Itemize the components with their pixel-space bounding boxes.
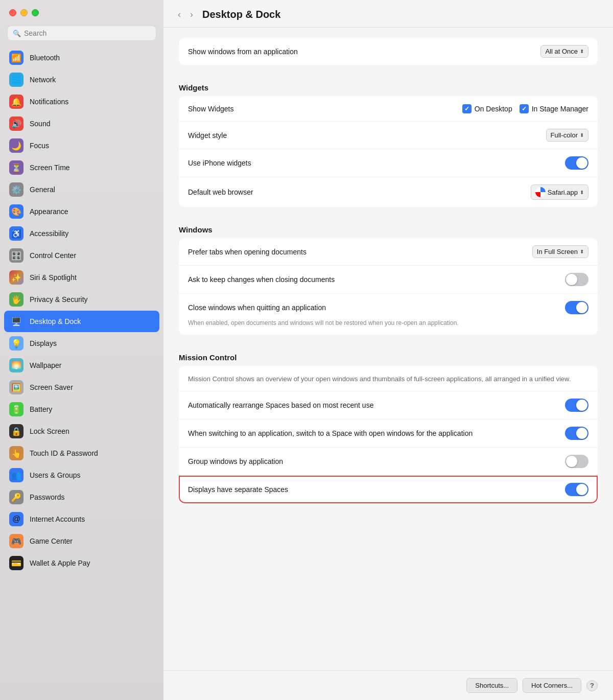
sidebar-item-general[interactable]: ⚙️General: [4, 179, 159, 200]
switch-space-row: When switching to an application, switch…: [179, 419, 598, 448]
separate-spaces-toggle[interactable]: [565, 483, 588, 496]
sidebar-item-displays[interactable]: 💡Displays: [4, 333, 159, 354]
group-windows-toggle[interactable]: [565, 455, 588, 468]
show-windows-dropdown[interactable]: All at Once ⬍: [540, 45, 588, 58]
close-windows-toggle[interactable]: [565, 301, 588, 314]
sidebar-item-screentime[interactable]: ⏳Screen Time: [4, 157, 159, 178]
desktop-icon: 🖥️: [9, 314, 23, 329]
show-windows-section: Show windows from an application All at …: [179, 38, 598, 65]
battery-icon: 🔋: [9, 402, 23, 416]
sidebar-item-label-battery: Battery: [30, 405, 52, 413]
sidebar-item-screensaver[interactable]: 🖼️Screen Saver: [4, 377, 159, 398]
sidebar-item-siri[interactable]: ✨Siri & Spotlight: [4, 267, 159, 288]
sidebar-item-label-siri: Siri & Spotlight: [30, 273, 77, 282]
titlebar: ‹ › Desktop & Dock: [163, 0, 613, 28]
sidebar-item-bluetooth[interactable]: 📶Bluetooth: [4, 47, 159, 68]
screentime-icon: ⏳: [9, 160, 23, 175]
search-input[interactable]: [24, 29, 151, 37]
sidebar-item-label-users: Users & Groups: [30, 471, 81, 479]
separate-spaces-row: Displays have separate Spaces: [179, 476, 598, 503]
sidebar-item-label-wallet: Wallet & Apple Pay: [30, 559, 90, 567]
widgets-header: Widgets: [179, 75, 598, 96]
sidebar-item-controlcenter[interactable]: 🎛️Control Center: [4, 245, 159, 266]
sidebar-item-wallet[interactable]: 💳Wallet & Apple Pay: [4, 552, 159, 574]
sidebar-item-label-passwords: Passwords: [30, 493, 64, 501]
sidebar-item-label-internetaccounts: Internet Accounts: [30, 515, 85, 523]
default-browser-row: Default web browser Safari.app ⬍: [179, 177, 598, 207]
switch-space-toggle[interactable]: [565, 427, 588, 440]
close-windows-label: Close windows when quitting an applicati…: [188, 304, 565, 312]
widget-style-row: Widget style Full-color ⬍: [179, 122, 598, 149]
sidebar-item-desktop[interactable]: 🖥️Desktop & Dock: [4, 311, 159, 332]
auto-rearrange-toggle[interactable]: [565, 399, 588, 412]
close-button[interactable]: [9, 9, 16, 16]
sidebar-item-passwords[interactable]: 🔑Passwords: [4, 486, 159, 508]
show-widgets-options: ✓ On Desktop ✓ In Stage Manager: [462, 104, 588, 113]
in-stage-manager-checkbox[interactable]: ✓: [520, 104, 529, 113]
sidebar-item-focus[interactable]: 🌙Focus: [4, 135, 159, 156]
sound-icon: 🔊: [9, 116, 23, 131]
forward-button[interactable]: ›: [188, 8, 195, 21]
mission-control-section: Mission Control shows an overview of you…: [179, 366, 598, 503]
default-browser-right: Safari.app ⬍: [531, 184, 588, 200]
sidebar-item-appearance[interactable]: 🎨Appearance: [4, 201, 159, 222]
maximize-button[interactable]: [32, 9, 39, 16]
ask-keep-toggle[interactable]: [565, 273, 588, 286]
sidebar-item-notifications[interactable]: 🔔Notifications: [4, 91, 159, 112]
on-desktop-checkbox-label[interactable]: ✓ On Desktop: [462, 104, 512, 113]
toggle-knob-4: [576, 400, 587, 411]
sidebar-item-label-privacy: Privacy & Security: [30, 295, 88, 304]
sidebar-item-lockscreen[interactable]: 🔒Lock Screen: [4, 421, 159, 442]
prefer-tabs-row: Prefer tabs when opening documents In Fu…: [179, 238, 598, 266]
widget-style-chevron: ⬍: [580, 132, 584, 138]
close-windows-sub: When enabled, open documents and windows…: [188, 319, 459, 328]
screensaver-icon: 🖼️: [9, 380, 23, 394]
widget-style-dropdown[interactable]: Full-color ⬍: [546, 129, 588, 142]
sidebar-item-wallpaper[interactable]: 🌅Wallpaper: [4, 355, 159, 376]
in-stage-manager-checkbox-label[interactable]: ✓ In Stage Manager: [520, 104, 588, 113]
search-bar[interactable]: 🔍: [7, 26, 156, 41]
main-content: ‹ › Desktop & Dock Show windows from an …: [163, 0, 613, 700]
ask-keep-row: Ask to keep changes when closing documen…: [179, 266, 598, 294]
wallpaper-icon: 🌅: [9, 358, 23, 372]
default-browser-dropdown[interactable]: Safari.app ⬍: [531, 184, 588, 200]
prefer-tabs-dropdown[interactable]: In Full Screen ⬍: [532, 245, 588, 258]
widget-style-label: Widget style: [188, 131, 546, 139]
sidebar-item-privacy[interactable]: 🖐️Privacy & Security: [4, 289, 159, 310]
sidebar-item-users[interactable]: 👥Users & Groups: [4, 464, 159, 486]
show-windows-row: Show windows from an application All at …: [179, 38, 598, 65]
chevron-ud-icon: ⬍: [580, 49, 584, 54]
sidebar-item-label-network: Network: [30, 76, 56, 84]
use-iphone-toggle[interactable]: [565, 156, 588, 170]
hot-corners-button[interactable]: Hot Corners...: [523, 678, 581, 693]
sidebar-item-network[interactable]: 🌐Network: [4, 69, 159, 90]
accessibility-icon: ♿: [9, 226, 23, 241]
sidebar-item-touchid[interactable]: 👆Touch ID & Password: [4, 442, 159, 464]
sidebar-item-label-focus: Focus: [30, 142, 49, 150]
content-scroll: Show windows from an application All at …: [163, 28, 613, 670]
notifications-icon: 🔔: [9, 95, 23, 109]
sidebar-item-accessibility[interactable]: ♿Accessibility: [4, 223, 159, 244]
minimize-button[interactable]: [20, 9, 28, 16]
shortcuts-button[interactable]: Shortcuts...: [466, 678, 517, 693]
auto-rearrange-row: Automatically rearrange Spaces based on …: [179, 391, 598, 419]
sidebar-item-sound[interactable]: 🔊Sound: [4, 113, 159, 134]
back-button[interactable]: ‹: [176, 8, 183, 21]
help-button[interactable]: ?: [586, 680, 598, 691]
sidebar-item-gamecenter[interactable]: 🎮Game Center: [4, 530, 159, 552]
sidebar-item-label-screentime: Screen Time: [30, 164, 70, 172]
group-windows-label: Group windows by application: [188, 457, 565, 465]
sidebar-item-label-sound: Sound: [30, 120, 50, 128]
sidebar-item-label-desktop: Desktop & Dock: [30, 317, 81, 325]
toggle-knob: [576, 157, 587, 169]
prefer-tabs-label: Prefer tabs when opening documents: [188, 248, 532, 256]
ask-keep-label: Ask to keep changes when closing documen…: [188, 275, 565, 284]
internetaccounts-icon: @: [9, 512, 23, 526]
on-desktop-checkbox[interactable]: ✓: [462, 104, 471, 113]
widget-style-value: Full-color: [551, 131, 578, 139]
switch-space-label: When switching to an application, switch…: [188, 429, 508, 437]
sidebar-item-internetaccounts[interactable]: @Internet Accounts: [4, 508, 159, 530]
sidebar-item-battery[interactable]: 🔋Battery: [4, 399, 159, 420]
prefer-tabs-chevron: ⬍: [580, 249, 584, 254]
use-iphone-row: Use iPhone widgets: [179, 149, 598, 177]
